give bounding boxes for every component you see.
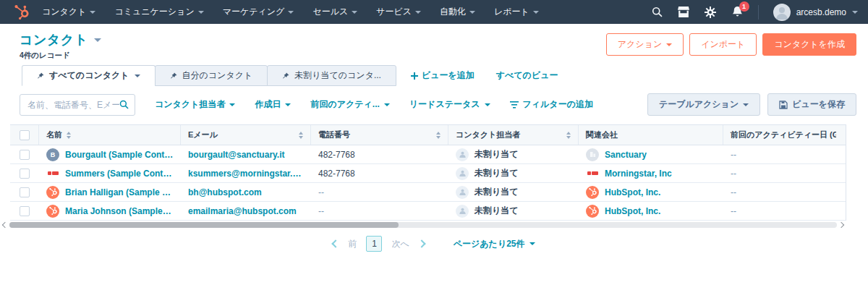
filter-contact-owner[interactable]: コンタクト担当者: [155, 98, 235, 111]
column-header-phone[interactable]: 電話番号: [311, 125, 448, 145]
add-view-link[interactable]: ビューを追加: [411, 69, 475, 82]
account-menu[interactable]: arcesb.demo: [773, 4, 858, 21]
tab-unassigned-contacts[interactable]: 未割り当てのコンタ...: [267, 65, 396, 86]
search-icon[interactable]: [651, 6, 663, 18]
settings-gear-icon[interactable]: [705, 6, 717, 18]
tab-my-contacts[interactable]: 自分のコンタクト: [155, 65, 268, 86]
nav-item-conversations[interactable]: コミュニケーション: [114, 6, 203, 18]
plus-icon: [411, 72, 418, 80]
per-page-dropdown[interactable]: ページあたり25件: [454, 238, 535, 250]
nav-item-service[interactable]: サービス: [376, 6, 421, 18]
table-row: Brian Halligan (Sample Contact) bh@hubsp…: [10, 183, 846, 202]
contact-avatar: [46, 171, 59, 175]
company-link[interactable]: Morningstar, Inc: [605, 169, 672, 179]
company-logo: [586, 205, 599, 218]
tab-all-contacts[interactable]: すべてのコンタクト: [22, 65, 156, 86]
table-header-row: 名前 Eメール 電話番号 コンタクト担当者 関連会社 前回のアクティビティー日 …: [10, 125, 846, 145]
nav-item-label: コンタクト: [42, 6, 86, 18]
prev-page-label[interactable]: 前: [348, 238, 357, 250]
contact-email-link[interactable]: bourgault@sanctuary.it: [188, 150, 285, 160]
marketplace-icon[interactable]: [678, 6, 690, 18]
chevron-down-icon: [288, 11, 294, 14]
next-page-chevron-icon[interactable]: [417, 239, 425, 247]
page-title: コンタクト: [20, 31, 88, 48]
filter-last-activity[interactable]: 前回のアクティ...: [310, 98, 389, 111]
nav-item-reports[interactable]: レポート: [494, 6, 539, 18]
filter-label: 前回のアクティ...: [310, 98, 379, 111]
scroll-right-arrow[interactable]: [838, 222, 844, 228]
nav-item-automation[interactable]: 自動化: [440, 6, 475, 18]
contact-email-link[interactable]: ksummers@morningstar.com: [188, 169, 304, 179]
contact-phone: --: [318, 206, 324, 216]
search-icon[interactable]: [119, 100, 129, 109]
column-label: 関連会社: [586, 129, 618, 140]
search-box: [20, 94, 135, 116]
create-contact-button-label: コンタクトを作成: [774, 38, 845, 51]
scrollbar-thumb[interactable]: [9, 222, 399, 228]
scrollbar-track[interactable]: [9, 222, 837, 228]
select-all-checkbox[interactable]: [20, 130, 30, 140]
view-tabs: すべてのコンタクト 自分のコンタクト 未割り当てのコンタ... ビューを追加 す…: [22, 65, 856, 86]
contact-phone: 482-7768: [318, 169, 355, 179]
owner-person-icon: [456, 186, 469, 199]
current-page-button[interactable]: 1: [366, 236, 382, 252]
contact-email-link[interactable]: bh@hubspot.com: [188, 187, 262, 197]
contact-owner: 未割り当て: [475, 205, 519, 217]
contact-name-link[interactable]: Bourgault (Sample Contact): [65, 150, 174, 160]
last-activity-value: --: [731, 150, 736, 160]
page-header: コンタクト 4件のレコード アクション インポート コンタクトを作成: [0, 24, 868, 57]
contact-name-link[interactable]: Maria Johnson (Sample Contact): [65, 206, 174, 216]
sort-icon[interactable]: [67, 132, 71, 139]
prev-page-chevron-icon[interactable]: [332, 239, 340, 247]
row-checkbox[interactable]: [20, 169, 30, 179]
company-link[interactable]: Sanctuary: [605, 150, 647, 160]
nav-item-label: コミュニケーション: [114, 6, 194, 18]
create-contact-button[interactable]: コンタクトを作成: [762, 33, 856, 56]
pin-icon: [170, 72, 177, 80]
row-checkbox[interactable]: [20, 206, 30, 216]
column-label: コンタクト担当者: [456, 129, 520, 140]
column-header-company[interactable]: 関連会社: [579, 125, 723, 145]
row-checkbox[interactable]: [20, 150, 30, 160]
user-avatar: [773, 4, 791, 21]
company-link[interactable]: HubSpot, Inc.: [605, 206, 660, 216]
actions-button[interactable]: アクション: [606, 33, 684, 56]
nav-item-label: レポート: [494, 6, 529, 18]
save-view-button[interactable]: ビューを保存: [767, 93, 856, 116]
column-header-owner[interactable]: コンタクト担当者: [448, 125, 579, 145]
contact-name-link[interactable]: Summers (Sample Contact): [65, 169, 174, 179]
row-checkbox[interactable]: [20, 187, 30, 197]
contact-name-link[interactable]: Brian Halligan (Sample Contact): [65, 187, 174, 197]
company-logo: [586, 171, 599, 175]
sort-icon[interactable]: [566, 132, 571, 139]
chevron-down-icon: [666, 43, 672, 46]
next-page-label[interactable]: 次へ: [391, 238, 409, 250]
notifications-bell-icon[interactable]: 1: [731, 6, 744, 18]
chevron-down-icon: [485, 103, 490, 106]
nav-item-marketing[interactable]: マーケティング: [223, 6, 294, 18]
nav-item-sales[interactable]: セールス: [312, 6, 357, 18]
table-actions-button[interactable]: テーブルアクション: [647, 93, 760, 116]
filter-create-date[interactable]: 作成日: [255, 98, 291, 111]
filter-label: 作成日: [255, 98, 281, 111]
hubspot-logo-icon[interactable]: [14, 5, 29, 20]
all-views-link[interactable]: すべてのビュー: [496, 69, 558, 82]
sort-icon[interactable]: [299, 132, 303, 139]
filter-lead-status[interactable]: リードステータス: [409, 98, 490, 111]
nav-item-contacts[interactable]: コンタクト: [42, 6, 95, 18]
sort-icon[interactable]: [436, 132, 441, 139]
pin-icon: [282, 72, 289, 80]
add-filter-link[interactable]: フィルターの追加: [510, 98, 593, 111]
contact-email-link[interactable]: emailmaria@hubspot.com: [188, 206, 297, 216]
search-input[interactable]: [27, 100, 119, 110]
column-label: Eメール: [188, 129, 218, 140]
company-link[interactable]: HubSpot, Inc.: [605, 187, 660, 197]
column-header-last-activity[interactable]: 前回のアクティビティー日 (GMT+9): [723, 125, 836, 145]
import-button[interactable]: インポート: [689, 33, 757, 56]
header-buttons: アクション インポート コンタクトを作成: [606, 33, 856, 56]
column-header-name[interactable]: 名前: [39, 125, 181, 145]
scroll-left-arrow[interactable]: [2, 222, 8, 228]
column-header-email[interactable]: Eメール: [181, 125, 311, 145]
chevron-down-icon: [135, 74, 140, 77]
contact-owner: 未割り当て: [475, 167, 519, 179]
